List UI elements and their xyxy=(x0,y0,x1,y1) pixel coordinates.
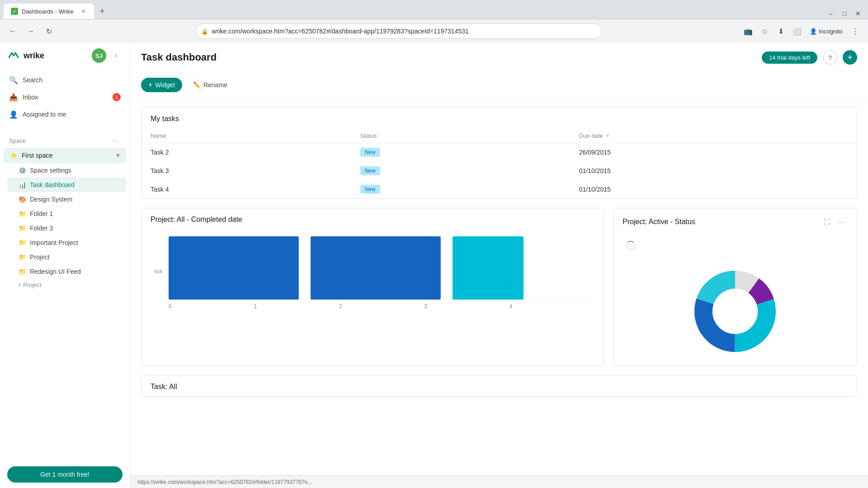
browser-toolbar: ← → ↻ 🔒 wrike.com/workspace.htm?acc=6250… xyxy=(0,19,868,43)
donut-container xyxy=(613,257,857,366)
project-label: Project xyxy=(30,253,50,261)
assigned-label: Assigned to me xyxy=(23,111,121,118)
tab-close-button[interactable]: ✕ xyxy=(80,8,87,15)
new-tab-button[interactable]: + xyxy=(96,5,108,18)
page-title: Task dashboard xyxy=(141,52,762,63)
my-tasks-widget: My tasks Name Status Due date xyxy=(141,107,857,199)
reload-button[interactable]: ↻ xyxy=(42,24,56,38)
user-avatar[interactable]: SJ xyxy=(92,48,106,63)
add-project-button[interactable]: + Project xyxy=(7,279,126,291)
rename-icon: ✏️ xyxy=(193,81,201,89)
x-label-2: 2 xyxy=(339,303,424,310)
logo-text: wrike xyxy=(24,51,44,61)
toolbar-actions: 📺 ☆ ⬇ ⬜ 👤 Incognito ⋮ xyxy=(741,24,863,38)
widget-header-actions: ⛶ ··· xyxy=(821,216,848,228)
bookmark-icon[interactable]: ☆ xyxy=(757,24,772,38)
browser-chrome: ✓ Dashboards - Wrike ✕ + – □ ✕ ← → ↻ 🔒 w… xyxy=(0,0,868,43)
space-chevron-icon: ▼ xyxy=(115,152,121,159)
design-icon: 🎨 xyxy=(18,195,26,203)
x-label-0: 0 xyxy=(169,303,254,310)
download-icon[interactable]: ⬇ xyxy=(774,24,788,38)
profile-icon: 👤 xyxy=(810,28,817,35)
sidebar-item-folder-1[interactable]: 📁 Folder 1 xyxy=(7,206,126,221)
space-section: Space ··· ⭐ First space ▼ ⚙️ Space setti… xyxy=(0,126,130,293)
fullscreen-button[interactable]: ⛶ xyxy=(821,216,833,228)
add-widget-button[interactable]: + xyxy=(843,50,857,65)
browser-tab[interactable]: ✓ Dashboards - Wrike ✕ xyxy=(4,4,94,19)
rename-button[interactable]: ✏️ Rename xyxy=(188,78,233,92)
sidebar-item-assigned[interactable]: 👤 Assigned to me xyxy=(4,106,126,122)
important-project-label: Important Project xyxy=(30,239,78,246)
rename-label: Rename xyxy=(203,81,227,89)
sidebar-item-important-project[interactable]: 📁 Important Project xyxy=(7,235,126,250)
tasks-table: Name Status Due date ↑ xyxy=(142,128,857,198)
profile-button[interactable]: 👤 Incognito xyxy=(806,26,846,37)
help-button[interactable]: ? xyxy=(823,50,837,65)
x-label-4: 4 xyxy=(509,303,594,310)
completed-date-title: Project: All - Completed date xyxy=(151,216,242,224)
close-window-button[interactable]: ✕ xyxy=(852,7,864,20)
add-widget-toolbar-button[interactable]: + Widget xyxy=(141,78,182,92)
cast-icon[interactable]: 📺 xyxy=(741,24,755,38)
completed-date-header: Project: All - Completed date xyxy=(142,208,604,229)
sidebar: wrike SJ ‹ 🔍 Search 📥 Inbox 1 👤 Assigned… xyxy=(0,43,130,488)
sidebar-item-search[interactable]: 🔍 Search xyxy=(4,72,126,88)
sidebar-header: wrike SJ ‹ xyxy=(0,43,130,68)
toolbar: + Widget ✏️ Rename xyxy=(130,72,868,98)
active-status-title: Project: Active - Status xyxy=(623,218,695,226)
svg-point-9 xyxy=(712,289,758,334)
important-project-icon: 📁 xyxy=(18,239,26,247)
forward-button[interactable]: → xyxy=(24,24,38,38)
dashboard-icon: 📊 xyxy=(18,181,26,189)
col-due-date[interactable]: Due date ↑ xyxy=(570,128,857,143)
address-bar[interactable]: 🔒 wrike.com/workspace.htm?acc=6250782#/d… xyxy=(195,23,602,39)
wrike-logo-icon xyxy=(7,49,20,62)
my-tasks-title: My tasks xyxy=(151,115,179,123)
svg-rect-2 xyxy=(311,236,441,300)
wrike-logo[interactable]: wrike xyxy=(7,49,88,62)
space-section-header: Space ··· xyxy=(4,133,126,148)
folder-1-label: Folder 1 xyxy=(30,210,53,217)
status-badge: New xyxy=(360,148,380,157)
task-name: Task 3 xyxy=(142,162,351,180)
back-button[interactable]: ← xyxy=(5,24,20,38)
sidebar-item-design-system[interactable]: 🎨 Design System xyxy=(7,192,126,206)
sidebar-item-first-space[interactable]: ⭐ First space ▼ xyxy=(4,148,126,163)
task-name: Task 4 xyxy=(142,180,351,199)
sidebar-item-redesign-ui[interactable]: 📁 Redesign UI Feed xyxy=(7,264,126,279)
window-controls: – □ ✕ xyxy=(825,4,868,20)
minimize-button[interactable]: – xyxy=(825,7,837,20)
sidebar-item-task-dashboard[interactable]: 📊 Task dashboard xyxy=(7,178,126,192)
active-status-header: Project: Active - Status ⛶ ··· xyxy=(613,208,857,234)
task-status: New xyxy=(351,162,570,180)
lock-icon: 🔒 xyxy=(201,28,208,35)
collapse-sidebar-button[interactable]: ‹ xyxy=(110,49,123,62)
col-status: Status xyxy=(351,128,570,143)
profile-label: Incognito xyxy=(819,28,843,35)
task-due-date: 26/09/2015 xyxy=(570,143,857,162)
sort-icon: ↑ xyxy=(606,132,609,139)
my-tasks-header: My tasks xyxy=(142,108,857,128)
space-more-button[interactable]: ··· xyxy=(110,135,121,146)
get-free-button[interactable]: Get 1 month free! xyxy=(7,466,123,483)
tab-title: Dashboards - Wrike xyxy=(22,8,76,15)
task-all-widget: Task: All xyxy=(141,375,857,397)
sidebar-item-folder-3[interactable]: 📁 Folder 3 xyxy=(7,221,126,235)
task-due-date: 01/10/2015 xyxy=(570,180,857,199)
task-status: New xyxy=(351,180,570,199)
maximize-button[interactable]: □ xyxy=(838,7,851,20)
more-button[interactable]: ⋮ xyxy=(848,24,863,38)
chart-area: N/A 0 xyxy=(142,229,604,328)
window-icon[interactable]: ⬜ xyxy=(790,24,804,38)
main-content: Task dashboard 14 trial days left ? + + … xyxy=(130,43,868,488)
trial-badge[interactable]: 14 trial days left xyxy=(762,52,817,64)
sidebar-item-space-settings[interactable]: ⚙️ Space settings xyxy=(7,163,126,178)
task-all-header: Task: All xyxy=(142,375,857,396)
task-due-date: 01/10/2015 xyxy=(570,162,857,180)
plus-icon: + xyxy=(148,81,152,89)
sidebar-item-inbox[interactable]: 📥 Inbox 1 xyxy=(4,89,126,105)
more-options-button[interactable]: ··· xyxy=(835,216,848,228)
svg-rect-3 xyxy=(453,236,524,300)
status-bar: https://wrike.com/workspace.htm?acc=6250… xyxy=(130,475,868,488)
sidebar-item-project[interactable]: 📁 Project xyxy=(7,250,126,264)
